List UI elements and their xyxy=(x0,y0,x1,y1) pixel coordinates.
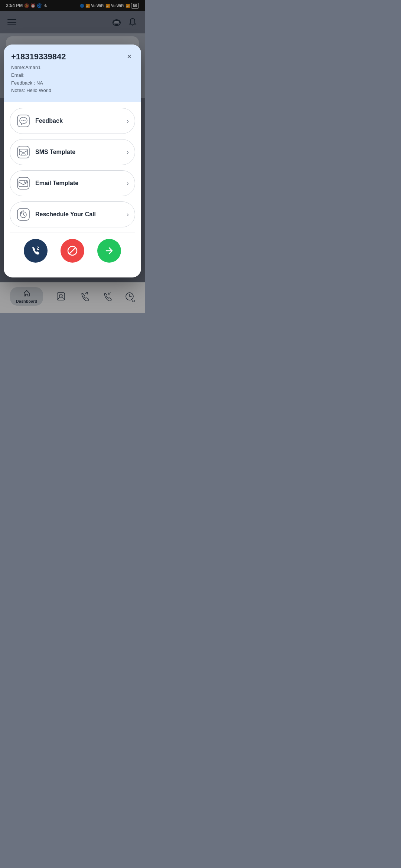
chevron-right-icon-3: › xyxy=(127,180,129,187)
modal-body: Feedback › SMS Template › xyxy=(4,102,141,277)
close-button[interactable]: × xyxy=(123,50,135,62)
chevron-right-icon: › xyxy=(127,117,129,125)
modal-phone: +18319339842 xyxy=(11,52,134,62)
action-row xyxy=(10,239,135,272)
modal-notes: Notes: Hello World xyxy=(11,87,134,95)
feedback-label: Feedback xyxy=(35,118,127,124)
reschedule-icon xyxy=(16,207,31,222)
divider xyxy=(10,233,135,233)
email-icon xyxy=(16,176,31,191)
next-button[interactable] xyxy=(97,239,121,263)
chevron-right-icon-4: › xyxy=(127,211,129,218)
feedback-menu-item[interactable]: Feedback › xyxy=(10,108,135,134)
sms-template-menu-item[interactable]: SMS Template › xyxy=(10,139,135,165)
contact-modal: +18319339842 Name:Aman1 Email: Feedback … xyxy=(4,45,141,277)
reschedule-menu-item[interactable]: Reschedule Your Call › xyxy=(10,201,135,227)
modal-header: +18319339842 Name:Aman1 Email: Feedback … xyxy=(4,45,141,102)
sms-template-label: SMS Template xyxy=(35,149,127,155)
sms-icon xyxy=(16,145,31,160)
callback-button[interactable] xyxy=(24,239,48,263)
svg-rect-6 xyxy=(17,177,29,189)
feedback-icon xyxy=(16,114,31,128)
chevron-right-icon-2: › xyxy=(127,148,129,156)
svg-rect-5 xyxy=(22,154,25,156)
email-template-label: Email Template xyxy=(35,180,127,187)
reschedule-label: Reschedule Your Call xyxy=(35,211,127,218)
modal-name: Name:Aman1 xyxy=(11,64,134,72)
email-template-menu-item[interactable]: Email Template › xyxy=(10,170,135,196)
modal-feedback: Feedback : NA xyxy=(11,79,134,87)
modal-email: Email: xyxy=(11,72,134,79)
cancel-button[interactable] xyxy=(61,239,84,263)
